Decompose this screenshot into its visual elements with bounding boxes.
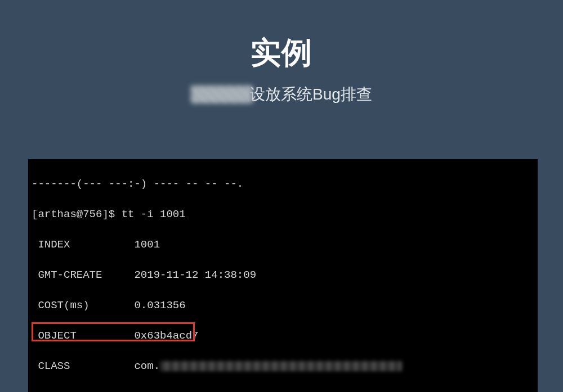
terminal-line-truncated: -------(--- ---:-) ---- -- -- --. <box>32 177 534 192</box>
row-class: CLASS com. <box>32 359 534 374</box>
value: 1001 <box>134 238 160 251</box>
shell-prompt: [arthas@756]$ <box>32 208 122 220</box>
redacted-inline <box>160 361 402 371</box>
label: COST(ms) <box>32 299 134 312</box>
terminal-screenshot: -------(--- ---:-) ---- -- -- --. [artha… <box>28 159 538 392</box>
slide-subtitle: 设放系统Bug排查 <box>249 84 372 105</box>
row-cost: COST(ms) 0.031356 <box>32 298 534 313</box>
slide: 实例 设放系统Bug排查 -------(--- ---:-) ---- -- … <box>0 0 563 392</box>
label: OBJECT <box>32 330 134 342</box>
value: 0.031356 <box>134 299 185 312</box>
value: 0x63b4acd7 <box>134 330 198 342</box>
redacted-block <box>191 85 253 103</box>
command-text: tt -i 1001 <box>122 208 186 220</box>
row-index: INDEX 1001 <box>32 237 534 253</box>
terminal-line-command: [arthas@756]$ tt -i 1001 <box>32 207 534 222</box>
label: CLASS <box>32 360 134 372</box>
label: GMT-CREATE <box>32 269 134 281</box>
row-gmt-create: GMT-CREATE 2019-11-12 14:38:09 <box>32 268 534 283</box>
value: 2019-11-12 14:38:09 <box>134 269 256 281</box>
subtitle-row: 设放系统Bug排查 <box>191 84 372 105</box>
label: INDEX <box>32 238 134 251</box>
value: com. <box>134 360 160 372</box>
row-object: OBJECT 0x63b4acd7 <box>32 328 534 344</box>
row-method: METHOD get <box>32 389 534 392</box>
slide-title: 实例 <box>251 33 312 74</box>
